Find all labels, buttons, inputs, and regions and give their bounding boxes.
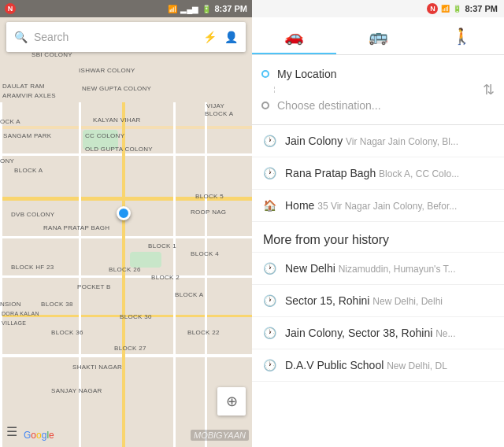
map-label-block27: BLOCK 27 <box>114 345 146 352</box>
history-text-3: Home 35 Vir Nagar Jain Colony, Befor... <box>285 199 493 212</box>
map-label-block2: BLOCK 2 <box>151 274 180 281</box>
destination-dot <box>261 102 269 109</box>
road-horizontal-2 <box>0 153 252 156</box>
tab-walk[interactable]: 🚶 <box>420 17 504 54</box>
clock-icon-6: 🕐 <box>263 327 276 339</box>
history-item-jain-colony-38[interactable]: 🕐 Jain Colony, Sector 38, Rohini Ne... <box>252 317 504 349</box>
walk-icon: 🚶 <box>452 27 472 46</box>
history-item-rana-pratap[interactable]: 🕐 Rana Pratap Bagh Block A, CC Colo... <box>252 157 504 190</box>
signal-icon: 📶 <box>168 5 177 13</box>
clock-icon-7: 🕐 <box>263 359 276 371</box>
origin-dot <box>261 70 269 78</box>
road-vertical-3 <box>122 102 125 447</box>
notification-badge: N <box>5 3 16 14</box>
crosshair-icon: ⊕ <box>226 393 238 410</box>
history-name-6: Jain Colony, Sector 38, Rohini Ne... <box>285 327 493 339</box>
route-inputs: My Location Choose destination... ⇅ <box>252 55 504 125</box>
search-input[interactable]: Search <box>34 31 197 43</box>
history-name-5: Sector 15, Rohini New Delhi, Delhi <box>285 294 493 307</box>
road-vertical-1 <box>0 102 2 447</box>
hamburger-button[interactable]: ☰ <box>3 423 20 441</box>
transit-icon: 🚌 <box>369 27 388 46</box>
right-notif-badge: N <box>427 3 438 14</box>
search-bar[interactable]: 🔍 Search ⚡ 👤 <box>6 22 246 52</box>
clock-icon-5: 🕐 <box>263 294 276 307</box>
history-name-7: D.A.V Public School New Delhi, DL <box>285 359 493 371</box>
map-label-block-hf23: BLOCK HF 23 <box>11 264 54 271</box>
map-label-nsion: NSION <box>0 301 21 308</box>
map-label-sbi-colony: SBI COLONY <box>32 51 72 58</box>
map-label-block4: BLOCK 4 <box>191 250 219 257</box>
map-label-ony: ONY <box>0 157 14 164</box>
history-item-home[interactable]: 🏠 Home 35 Vir Nagar Jain Colony, Befor..… <box>252 190 504 222</box>
clock-icon-1: 🕐 <box>263 135 276 147</box>
map-panel: N 📶 ▂▄▆ 🔋 8:37 PM 🔍 Search ⚡ 👤 <box>0 0 252 447</box>
history-item-sector15[interactable]: 🕐 Sector 15, Rohini New Delhi, Delhi <box>252 285 504 317</box>
origin-input[interactable]: My Location <box>277 68 495 81</box>
map-label-daulat-ram: DAULAT RAM <box>2 83 45 90</box>
map-label-cc-colony: CC COLONY <box>85 132 124 139</box>
account-icon[interactable]: 👤 <box>224 31 238 43</box>
history-item-dav-school[interactable]: 🕐 D.A.V Public School New Delhi, DL <box>252 349 504 382</box>
road-vertical-5 <box>205 102 207 447</box>
map-label-aramvir: ARAMVIR AXLES <box>2 92 56 99</box>
history-text-4: New Delhi Nizamuddin, Humayun's T... <box>285 262 493 275</box>
more-history-header: More from your history <box>252 222 504 253</box>
map-background: SBI COLONY ISHWAR COLONY DAULAT RAM ARAM… <box>0 0 252 447</box>
map-label-block5: BLOCK 5 <box>195 193 224 200</box>
road-horizontal-3 <box>0 236 252 238</box>
map-label-sanjay-nagar: SANJAY NAGAR <box>51 387 102 394</box>
car-icon: 🚗 <box>284 27 304 46</box>
map-label-block36: BLOCK 36 <box>51 329 83 336</box>
status-bar-right: 📶 ▂▄▆ 🔋 8:37 PM <box>168 4 247 13</box>
map-label-block30: BLOCK 30 <box>120 313 152 320</box>
history-name-1: Jain Colony Vir Nagar Jain Colony, Bl... <box>285 135 493 147</box>
status-time: 8:37 PM <box>214 4 247 13</box>
swap-directions-button[interactable]: ⇅ <box>483 81 495 98</box>
history-name-4: New Delhi Nizamuddin, Humayun's T... <box>285 262 493 275</box>
history-name-2: Rana Pratap Bagh Block A, CC Colo... <box>285 167 493 179</box>
map-label-block38: BLOCK 38 <box>41 301 73 308</box>
history-text-7: D.A.V Public School New Delhi, DL <box>285 359 493 371</box>
my-location-button[interactable]: ⊕ <box>217 387 246 416</box>
history-item-new-delhi[interactable]: 🕐 New Delhi Nizamuddin, Humayun's T... <box>252 253 504 285</box>
location-pin <box>117 206 131 220</box>
map-park-2 <box>130 252 161 268</box>
map-label-kalyan-vihar: KALYAN VIHAR <box>93 116 141 124</box>
right-status-bar: N 📶 🔋 8:37 PM <box>252 0 504 17</box>
map-label-block-a-top: BLOCK A <box>205 110 233 117</box>
tab-car[interactable]: 🚗 <box>252 17 336 54</box>
clock-icon-2: 🕐 <box>263 167 276 179</box>
map-label-block-a-bot: BLOCK A <box>175 291 203 298</box>
right-panel: N 📶 🔋 8:37 PM 🚗 🚌 🚶 My Location Choose d… <box>252 0 504 447</box>
right-status-time: 8:37 PM <box>465 4 498 13</box>
history-item-jain-colony[interactable]: 🕐 Jain Colony Vir Nagar Jain Colony, Bl.… <box>252 125 504 157</box>
map-status-bar: N 📶 ▂▄▆ 🔋 8:37 PM <box>0 0 252 17</box>
destination-row: Choose destination... <box>261 93 495 118</box>
map-label-rana-pratap: RANA PRATAP BAGH <box>43 224 109 231</box>
map-label-sangam-park: SANGAM PARK <box>3 132 51 139</box>
route-divider <box>274 87 495 93</box>
destination-input[interactable]: Choose destination... <box>277 99 495 113</box>
map-label-shakti-nagar: SHAKTI NAGAR <box>72 364 122 371</box>
road-horizontal-6 <box>0 354 252 357</box>
right-battery-icon: 🔋 <box>453 5 461 13</box>
filter-icon[interactable]: ⚡ <box>203 31 217 43</box>
history-text-6: Jain Colony, Sector 38, Rohini Ne... <box>285 327 493 339</box>
history-text-1: Jain Colony Vir Nagar Jain Colony, Bl... <box>285 135 493 147</box>
clock-icon-4: 🕐 <box>263 262 276 275</box>
map-label-block26: BLOCK 26 <box>109 266 141 273</box>
map-label-block22: BLOCK 22 <box>187 329 220 336</box>
history-name-3: Home 35 Vir Nagar Jain Colony, Befor... <box>285 199 493 212</box>
history-text-5: Sector 15, Rohini New Delhi, Delhi <box>285 294 493 307</box>
search-icon: 🔍 <box>14 31 28 43</box>
map-label-new-gupta: NEW GUPTA COLONY <box>82 85 151 92</box>
home-icon: 🏠 <box>263 199 276 212</box>
search-bar-actions: ⚡ 👤 <box>203 31 238 43</box>
mobigyaan-watermark: MOBIGYAAN <box>191 430 249 441</box>
map-label-block-a-mid: BLOCK A <box>14 167 43 174</box>
history-list: 🕐 Jain Colony Vir Nagar Jain Colony, Bl.… <box>252 125 504 447</box>
map-label-ishwar-colony: ISHWAR COLONY <box>79 67 135 74</box>
status-bar-left: N <box>5 3 16 14</box>
tab-transit[interactable]: 🚌 <box>336 17 421 54</box>
